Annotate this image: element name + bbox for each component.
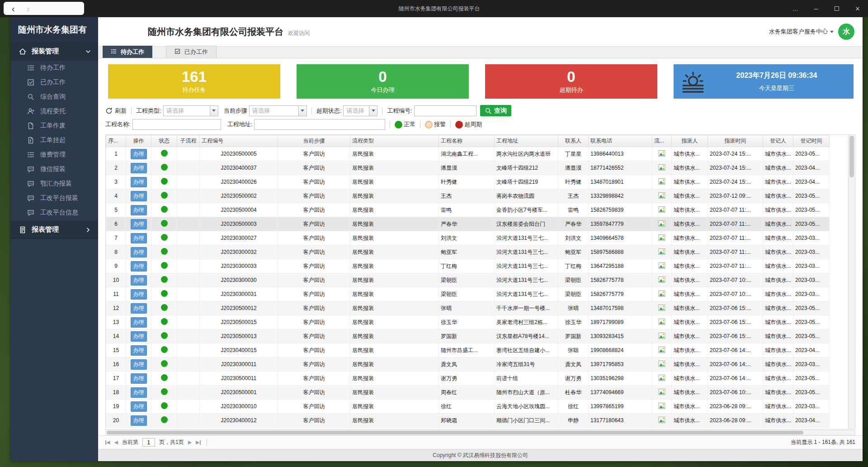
flowchart-icon[interactable] xyxy=(658,402,665,410)
table-row[interactable]: 12办理J20230500012客户回访居民报装张晴千千水岸一期一号楼...张晴… xyxy=(106,301,830,315)
flowchart-icon[interactable] xyxy=(658,234,665,241)
column-header-登记人[interactable]: 登记人 xyxy=(763,135,793,147)
flowchart-icon[interactable] xyxy=(658,318,665,325)
close-icon[interactable]: ✕ xyxy=(847,0,868,17)
table-row[interactable]: 2办理J20230400037客户回访居民报装潘显漠文峰塔十四组212潘显漠18… xyxy=(106,161,830,175)
table-row[interactable]: 5办理J20230500004客户回访居民报装雷鸣金香韵小区7号楼车...雷鸣1… xyxy=(106,203,830,217)
column-header-流...[interactable]: 流... xyxy=(652,135,672,147)
handle-button[interactable]: 办理 xyxy=(131,149,147,159)
more-menu-icon[interactable]: … xyxy=(785,0,806,17)
horizontal-scrollbar[interactable] xyxy=(105,430,855,435)
sidebar-item-流程委托[interactable]: 流程委托 xyxy=(11,104,98,119)
handle-button[interactable]: 办理 xyxy=(131,401,147,412)
stat-card-超期待办[interactable]: 0超期待办 xyxy=(485,64,657,99)
type-select[interactable]: 请选择 xyxy=(163,105,218,116)
handle-button[interactable]: 办理 xyxy=(131,163,147,173)
sidebar-group-baobiao[interactable]: 报表管理 xyxy=(11,221,98,239)
flowchart-icon[interactable] xyxy=(658,220,665,227)
column-header-指派时间[interactable]: 指派时间 xyxy=(708,135,763,147)
reload-icon[interactable] xyxy=(213,439,220,446)
table-row[interactable]: 4办理J20230500002客户回访居民报装王杰蒋岗丰农物流园王杰133298… xyxy=(106,189,830,203)
column-header-工程地址[interactable]: 工程地址 xyxy=(495,135,558,147)
sidebar-item-工单挂起[interactable]: 工单挂起 xyxy=(11,133,98,148)
table-row[interactable]: 19办理J20230300010客户回访居民报装徐红云海天地小区玫瑰园...徐红… xyxy=(106,400,830,414)
handle-button[interactable]: 办理 xyxy=(131,261,147,272)
flowchart-icon[interactable] xyxy=(658,360,665,367)
column-header-操作[interactable]: 操作 xyxy=(126,135,151,147)
handle-button[interactable]: 办理 xyxy=(131,317,147,328)
column-header-流程类型[interactable]: 流程类型 xyxy=(350,135,439,147)
sidebar-item-综合查询[interactable]: 综合查询 xyxy=(11,90,98,104)
handle-button[interactable]: 办理 xyxy=(131,275,147,286)
minimize-icon[interactable]: ─ xyxy=(806,0,826,17)
code-input[interactable] xyxy=(414,105,476,116)
flowchart-icon[interactable] xyxy=(658,248,665,255)
column-header-序...[interactable]: 序... xyxy=(106,135,126,147)
table-row[interactable]: 3办理J20230400026客户回访居民报装叶秀健文峰塔十四组219叶秀健13… xyxy=(106,175,830,189)
user-center-menu[interactable]: 水务集团客户服务中心 xyxy=(769,28,834,36)
column-header-工程名称[interactable]: 工程名称 xyxy=(439,135,495,147)
table-row[interactable]: 20办理J20230400012客户回访居民报装郑晓霜顺德门小区门口三间...申… xyxy=(106,414,830,428)
table-row[interactable]: 17办理J20230500011客户回访居民报装谢万勇前进十组谢万勇130351… xyxy=(106,372,830,386)
table-row[interactable]: 6办理J20230500003客户回访居民报装严春华汉东楼居委会阳台门严春华13… xyxy=(106,217,830,231)
tab-pending-work[interactable]: 待办工作 xyxy=(103,46,152,58)
vertical-scrollbar[interactable] xyxy=(848,134,855,429)
flowchart-icon[interactable] xyxy=(658,346,665,353)
table-row[interactable]: 13办理J20230500015客户回访居民报装徐玉华吴家老湾村三组2栋...徐… xyxy=(106,315,830,329)
table-row[interactable]: 8办理J20230300032客户回访居民报装鲍亚军沿河大道131号三七...鲍… xyxy=(106,245,830,259)
column-header-指派人[interactable]: 指派人 xyxy=(672,135,708,147)
column-header-状态[interactable]: 状态 xyxy=(151,135,177,147)
sidebar-item-工改平台信息[interactable]: 工改平台信息 xyxy=(11,205,98,220)
table-row[interactable]: 7办理J20230300027客户回访居民报装刘洪文沿河大道131号三七...刘… xyxy=(106,231,830,245)
handle-button[interactable]: 办理 xyxy=(131,345,147,356)
stat-card-今日办理[interactable]: 0今日办理 xyxy=(297,64,469,99)
flowchart-icon[interactable] xyxy=(658,416,665,424)
next-page-icon[interactable]: ▶ xyxy=(188,439,192,445)
table-row[interactable]: 15办理J20230400015客户回访居民报装随州市昌盛工...寨湾社区五组自… xyxy=(106,343,830,357)
page-input[interactable] xyxy=(142,438,155,447)
column-header-联系人[interactable]: 联系人 xyxy=(558,135,589,147)
flowchart-icon[interactable] xyxy=(658,332,665,339)
flowchart-icon[interactable] xyxy=(658,150,665,157)
step-select[interactable]: 请选择 xyxy=(249,105,307,116)
back-icon[interactable]: ‹ xyxy=(12,4,15,13)
handle-button[interactable]: 办理 xyxy=(131,415,147,426)
name-input[interactable] xyxy=(132,119,221,130)
table-row[interactable]: 1办理J20230500005客户回访居民报装湖北南鑫工程...两水沟社区内两水… xyxy=(106,147,830,161)
handle-button[interactable]: 办理 xyxy=(131,331,147,342)
addr-input[interactable] xyxy=(254,119,385,130)
sidebar-item-缴费管理[interactable]: 缴费管理 xyxy=(11,148,98,162)
sidebar-item-已办工作[interactable]: 已办工作 xyxy=(11,75,98,90)
sidebar-item-微信报装[interactable]: 微信报装 xyxy=(11,162,98,176)
column-header-联系电话[interactable]: 联系电话 xyxy=(589,135,652,147)
table-row[interactable]: 14办理J20230500013客户回访居民报装罗国新汉东星都A78号楼14..… xyxy=(106,329,830,343)
handle-button[interactable]: 办理 xyxy=(131,177,147,187)
overdue-select[interactable]: 请选择 xyxy=(343,105,377,116)
forward-icon[interactable]: › xyxy=(27,4,30,13)
flowchart-icon[interactable] xyxy=(658,304,665,311)
handle-button[interactable]: 办理 xyxy=(131,303,147,314)
sidebar-item-鄂汇办报装[interactable]: 鄂汇办报装 xyxy=(11,176,98,191)
flowchart-icon[interactable] xyxy=(658,178,665,185)
table-row[interactable]: 9办理J20230300033客户回访居民报装丁红梅沿河大道131号三七...丁… xyxy=(106,259,830,273)
table-row[interactable]: 11办理J20230300031客户回访居民报装梁朝臣沿河大道131号三七...… xyxy=(106,287,830,301)
tab-done-work[interactable]: 已办工作 xyxy=(166,46,217,58)
column-header-登记时间[interactable]: 登记时间 xyxy=(793,135,830,147)
flowchart-icon[interactable] xyxy=(658,262,665,269)
handle-button[interactable]: 办理 xyxy=(131,205,147,215)
stat-card-待办任务[interactable]: 161待办任务 xyxy=(108,64,280,99)
handle-button[interactable]: 办理 xyxy=(131,247,147,257)
flowchart-icon[interactable] xyxy=(658,290,665,297)
handle-button[interactable]: 办理 xyxy=(131,289,147,300)
column-header-当前步骤[interactable]: 当前步骤 xyxy=(278,135,350,147)
flowchart-icon[interactable] xyxy=(658,206,665,213)
avatar[interactable]: 水 xyxy=(838,24,854,40)
sidebar-group-baozhuang[interactable]: 报装管理 xyxy=(11,43,98,61)
refresh-button[interactable]: 刷新 xyxy=(105,107,127,115)
search-button[interactable]: 查询 xyxy=(480,105,511,116)
handle-button[interactable]: 办理 xyxy=(131,359,147,370)
column-header-子流程[interactable]: 子流程 xyxy=(177,135,200,147)
first-page-icon[interactable]: ◀ xyxy=(105,439,110,445)
flowchart-icon[interactable] xyxy=(658,374,665,381)
handle-button[interactable]: 办理 xyxy=(131,233,147,243)
